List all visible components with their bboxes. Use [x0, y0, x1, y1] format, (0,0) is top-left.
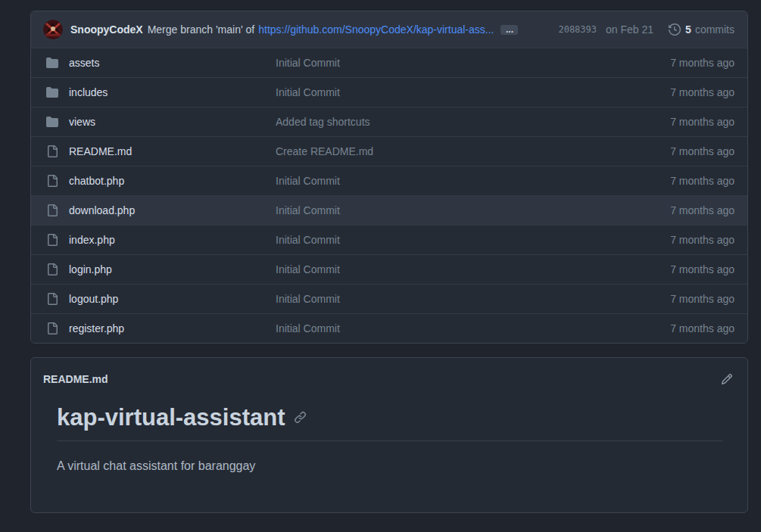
file-link[interactable]: includes — [69, 86, 108, 98]
row-commit-message-link[interactable]: Initial Commit — [276, 204, 340, 216]
file-name-cell: download.php — [31, 204, 276, 216]
file-row[interactable]: register.php Initial Commit 7 months ago — [31, 313, 747, 343]
commit-history-link[interactable]: 5 commits — [669, 23, 734, 36]
file-row[interactable]: README.md Create README.md 7 months ago — [31, 136, 747, 166]
row-commit-message-link[interactable]: Initial Commit — [276, 293, 340, 305]
readme-description: A virtual chat assistant for baranggay — [57, 459, 723, 473]
commit-message-cell: Added tag shortcuts — [276, 116, 619, 128]
commit-message-url-link[interactable]: https://github.com/SnoopyCodeX/kap-virtu… — [258, 23, 494, 36]
file-link[interactable]: index.php — [69, 234, 115, 246]
file-icon — [46, 175, 58, 187]
commit-message-cell: Initial Commit — [276, 204, 619, 216]
commit-message-cell: Initial Commit — [276, 86, 619, 98]
heading-link-icon[interactable] — [294, 411, 307, 424]
repository-file-browser: SnoopyCodeX Merge branch 'main' of https… — [30, 11, 748, 344]
file-icon — [46, 234, 58, 246]
row-commit-message-link[interactable]: Initial Commit — [276, 263, 340, 275]
file-row[interactable]: download.php Initial Commit 7 months ago — [31, 195, 747, 225]
file-link[interactable]: chatbot.php — [69, 175, 124, 187]
file-age: 7 months ago — [619, 322, 747, 334]
commit-message-cell: Initial Commit — [276, 263, 619, 275]
commit-header-meta: 2088393 on Feb 21 5 commits — [558, 23, 734, 36]
file-row[interactable]: login.php Initial Commit 7 months ago — [31, 254, 747, 284]
file-link[interactable]: login.php — [69, 263, 112, 275]
file-icon — [46, 145, 58, 157]
file-name-cell: login.php — [31, 263, 276, 275]
row-commit-message-link[interactable]: Initial Commit — [276, 234, 340, 246]
file-link[interactable]: assets — [69, 57, 99, 69]
commit-message-cell: Initial Commit — [276, 175, 619, 187]
commit-hash-link[interactable]: 2088393 — [558, 24, 597, 35]
file-row[interactable]: views Added tag shortcuts 7 months ago — [31, 107, 747, 136]
file-age: 7 months ago — [619, 116, 747, 128]
file-age: 7 months ago — [619, 293, 747, 305]
edit-readme-button[interactable] — [721, 373, 733, 385]
file-link[interactable]: README.md — [69, 145, 132, 157]
readme-body: kap-virtual-assistant A virtual chat ass… — [31, 385, 747, 473]
commit-message-cell: Initial Commit — [276, 322, 619, 334]
readme-heading: kap-virtual-assistant — [57, 403, 723, 441]
file-age: 7 months ago — [619, 204, 747, 216]
file-link[interactable]: logout.php — [69, 293, 118, 305]
row-commit-message-link[interactable]: Initial Commit — [276, 175, 340, 187]
commit-message-cell: Initial Commit — [276, 293, 619, 305]
folder-icon — [46, 57, 58, 69]
file-name-cell: register.php — [31, 322, 276, 334]
commit-message-cell: Initial Commit — [276, 234, 619, 246]
commit-message-cell: Initial Commit — [276, 57, 619, 69]
readme-heading-text: kap-virtual-assistant — [57, 403, 285, 431]
file-age: 7 months ago — [619, 263, 747, 275]
commit-message-text: Merge branch 'main' of — [148, 23, 255, 36]
file-row[interactable]: index.php Initial Commit 7 months ago — [31, 225, 747, 254]
commit-date: on Feb 21 — [606, 23, 653, 36]
file-age: 7 months ago — [619, 234, 747, 246]
file-link[interactable]: views — [69, 116, 95, 128]
file-row[interactable]: includes Initial Commit 7 months ago — [31, 77, 747, 107]
file-age: 7 months ago — [619, 57, 747, 69]
commits-count: 5 — [685, 23, 691, 36]
file-name-cell: index.php — [31, 234, 276, 246]
file-name-cell: views — [31, 116, 276, 128]
file-row[interactable]: logout.php Initial Commit 7 months ago — [31, 284, 747, 313]
file-row[interactable]: chatbot.php Initial Commit 7 months ago — [31, 166, 747, 195]
file-list: assets Initial Commit 7 months ago inclu… — [31, 48, 747, 343]
author-avatar[interactable] — [43, 20, 63, 39]
readme-header: README.md — [31, 358, 747, 385]
row-commit-message-link[interactable]: Create README.md — [276, 145, 373, 157]
row-commit-message-link[interactable]: Initial Commit — [276, 57, 340, 69]
file-name-cell: README.md — [31, 145, 276, 157]
row-commit-message-link[interactable]: Added tag shortcuts — [276, 116, 370, 128]
pencil-icon — [721, 373, 733, 385]
file-age: 7 months ago — [619, 175, 747, 187]
file-link[interactable]: download.php — [69, 204, 135, 216]
file-row[interactable]: assets Initial Commit 7 months ago — [31, 48, 747, 77]
file-name-cell: chatbot.php — [31, 175, 276, 187]
file-age: 7 months ago — [619, 145, 747, 157]
latest-commit-header: SnoopyCodeX Merge branch 'main' of https… — [31, 11, 747, 48]
file-name-cell: logout.php — [31, 293, 276, 305]
file-icon — [46, 204, 58, 216]
readme-filename: README.md — [43, 373, 108, 385]
file-icon — [46, 293, 58, 305]
history-clock-icon — [669, 23, 681, 36]
file-name-cell: includes — [31, 86, 276, 98]
commit-author-link[interactable]: SnoopyCodeX — [70, 23, 143, 36]
file-name-cell: assets — [31, 57, 276, 69]
commits-label: commits — [695, 23, 734, 36]
file-icon — [46, 263, 58, 275]
row-commit-message-link[interactable]: Initial Commit — [276, 322, 340, 334]
folder-icon — [46, 116, 58, 128]
file-age: 7 months ago — [619, 86, 747, 98]
folder-icon — [46, 86, 58, 98]
row-commit-message-link[interactable]: Initial Commit — [276, 86, 340, 98]
expand-commit-message-button[interactable]: ... — [501, 25, 518, 35]
readme-card: README.md kap-virtual-assistant A virtua… — [30, 357, 748, 513]
file-link[interactable]: register.php — [69, 322, 124, 334]
commit-message-cell: Create README.md — [276, 145, 619, 157]
file-icon — [46, 322, 58, 334]
